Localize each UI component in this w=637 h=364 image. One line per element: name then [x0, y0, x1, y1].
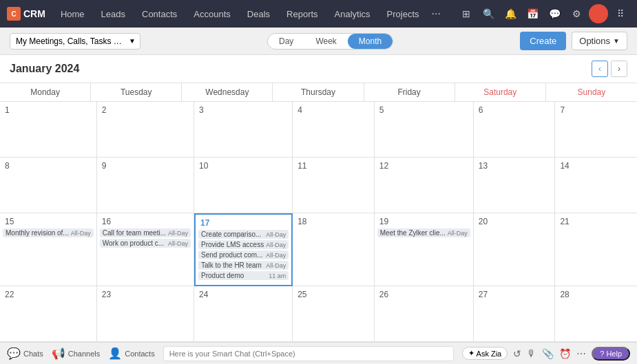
cal-next-button[interactable]: › [611, 61, 627, 77]
options-button[interactable]: Options ▼ [572, 32, 627, 50]
nav-item-projects[interactable]: Projects [380, 6, 426, 22]
paperclip-icon[interactable]: 📎 [542, 348, 554, 359]
crm-logo[interactable]: C CRM [7, 7, 45, 21]
event-badge[interactable]: Product demo11 am [198, 271, 289, 280]
ask-zia-icon: ✦ [468, 349, 474, 358]
day-header-wednesday: Wednesday [182, 83, 273, 101]
mic-icon[interactable]: 🎙 [527, 348, 536, 359]
nav-item-reports[interactable]: Reports [280, 6, 325, 22]
event-badge[interactable]: Talk to the HR teamAll-Day [198, 261, 289, 270]
event-label: Work on product c... [103, 239, 166, 247]
cal-cell-17[interactable]: 17Create compariso...All-DayProvide LMS … [194, 213, 293, 286]
alarm-icon[interactable]: ⏰ [559, 348, 571, 359]
nav-more-icon[interactable]: ··· [429, 8, 443, 20]
nav-item-analytics[interactable]: Analytics [328, 6, 377, 22]
options-chevron-icon: ▼ [613, 37, 620, 45]
cal-cell-8[interactable]: 8 [0, 158, 97, 213]
cal-cell-date-4: 4 [295, 105, 371, 116]
calendar-icon[interactable]: 📅 [523, 4, 542, 23]
nav-item-leads[interactable]: Leads [94, 6, 132, 22]
cal-cell-1[interactable]: 1 [0, 102, 97, 158]
event-badge[interactable]: Create compariso...All-Day [198, 230, 289, 239]
cal-cell-date-23: 23 [100, 289, 191, 300]
event-time: All-Day [71, 230, 91, 237]
calendar-navigation: ‹ › [592, 61, 627, 77]
event-badge[interactable]: Work on product c...All-Day [100, 239, 191, 248]
cal-cell-15[interactable]: 15Monthly revision of...All-Day [0, 213, 97, 286]
cal-cell-2[interactable]: 2 [97, 102, 194, 158]
refresh-icon[interactable]: ↺ [513, 348, 521, 359]
event-badge[interactable]: Monthly revision of...All-Day [3, 228, 94, 237]
event-badge[interactable]: Meet the Zylker clie...All-Day [377, 228, 470, 237]
view-month-button[interactable]: Month [348, 34, 393, 49]
ask-zia-label: Ask Zia [477, 350, 502, 358]
channels-button[interactable]: 📢 Channels [52, 347, 100, 360]
grid-icon[interactable]: ⊞ [457, 4, 476, 23]
search-icon[interactable]: 🔍 [479, 4, 498, 23]
cal-cell-22[interactable]: 22 [0, 286, 97, 342]
cal-cell-25[interactable]: 25 [293, 286, 375, 342]
event-label: Meet the Zylker clie... [380, 229, 446, 237]
view-week-button[interactable]: Week [304, 34, 347, 49]
day-header-saturday: Saturday [455, 83, 546, 101]
chats-button[interactable]: 💬 Chats [7, 347, 43, 360]
cal-cell-28[interactable]: 28 [555, 286, 637, 342]
cal-cell-27[interactable]: 27 [474, 286, 556, 342]
channels-label: Channels [68, 350, 100, 358]
day-header-tuesday: Tuesday [91, 83, 182, 101]
cal-cell-24[interactable]: 24 [194, 286, 293, 342]
calendar-container: January 2024 ‹ › Monday Tuesday Wednesda… [0, 55, 637, 342]
cal-cell-date-14: 14 [558, 160, 634, 171]
cal-cell-date-28: 28 [558, 289, 634, 300]
cal-cell-13[interactable]: 13 [474, 158, 556, 213]
smart-chat-input[interactable] [163, 346, 454, 361]
cal-cell-11[interactable]: 11 [293, 158, 375, 213]
event-badge[interactable]: Send product com...All-Day [198, 250, 289, 259]
cal-cell-9[interactable]: 9 [97, 158, 194, 213]
cal-cell-date-12: 12 [377, 160, 470, 171]
chat-icon[interactable]: 💬 [545, 4, 564, 23]
nav-item-home[interactable]: Home [54, 6, 92, 22]
cal-cell-10[interactable]: 10 [194, 158, 293, 213]
event-badge[interactable]: Call for team meeti...All-Day [100, 228, 191, 237]
user-avatar[interactable] [589, 4, 608, 23]
cal-cell-16[interactable]: 16Call for team meeti...All-DayWork on p… [97, 213, 194, 286]
cal-cell-date-18: 18 [295, 216, 371, 227]
cal-cell-7[interactable]: 7 [555, 102, 637, 158]
cal-cell-14[interactable]: 14 [555, 158, 637, 213]
cal-cell-19[interactable]: 19Meet the Zylker clie...All-Day [375, 213, 474, 286]
cal-cell-date-20: 20 [477, 216, 552, 227]
calendar-header: January 2024 ‹ › [0, 55, 637, 83]
meetings-dropdown[interactable]: My Meetings, Calls, Tasks and App... ▼ [10, 33, 140, 50]
contacts-icon: 👤 [108, 347, 122, 360]
cal-cell-21[interactable]: 21 [555, 213, 637, 286]
cal-cell-6[interactable]: 6 [474, 102, 556, 158]
event-label: Product demo [201, 272, 267, 279]
channels-icon: 📢 [52, 347, 65, 360]
apps-icon[interactable]: ⠿ [611, 4, 630, 23]
contacts-label: Contacts [125, 350, 154, 358]
ask-zia-button[interactable]: ✦ Ask Zia [462, 347, 508, 360]
view-day-button[interactable]: Day [268, 34, 304, 49]
cal-cell-date-10: 10 [197, 160, 289, 171]
event-time: All-Day [266, 231, 286, 238]
cal-cell-18[interactable]: 18 [293, 213, 375, 286]
nav-item-accounts[interactable]: Accounts [187, 6, 237, 22]
create-button[interactable]: Create [520, 32, 566, 50]
nav-item-deals[interactable]: Deals [240, 6, 277, 22]
bell-icon[interactable]: 🔔 [501, 4, 520, 23]
contacts-button[interactable]: 👤 Contacts [108, 347, 154, 360]
help-button[interactable]: ? Help [592, 347, 630, 361]
cal-cell-23[interactable]: 23 [97, 286, 194, 342]
cal-cell-5[interactable]: 5 [375, 102, 474, 158]
cal-cell-26[interactable]: 26 [375, 286, 474, 342]
settings-icon[interactable]: ⚙ [567, 4, 586, 23]
cal-cell-12[interactable]: 12 [375, 158, 474, 213]
nav-item-contacts[interactable]: Contacts [135, 6, 184, 22]
cal-prev-button[interactable]: ‹ [592, 61, 608, 77]
cal-cell-20[interactable]: 20 [474, 213, 556, 286]
cal-cell-3[interactable]: 3 [194, 102, 293, 158]
cal-cell-4[interactable]: 4 [293, 102, 375, 158]
event-badge[interactable]: Provide LMS accessAll-Day [198, 240, 289, 249]
more-icon[interactable]: ⋯ [576, 348, 586, 359]
